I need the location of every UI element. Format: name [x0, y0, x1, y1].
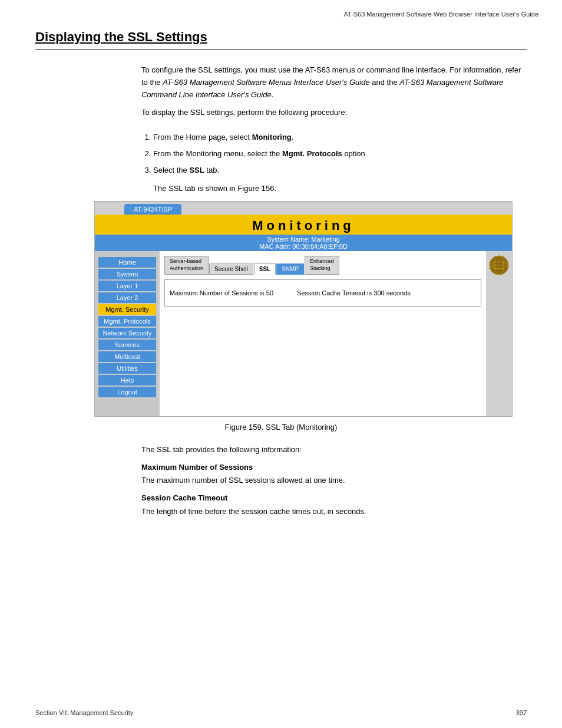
tab-ssl[interactable]: SSL: [254, 263, 276, 275]
nav-mgmt-security[interactable]: Mgmt. Security: [98, 304, 156, 315]
ssl-max-sessions: Maximum Number of Sessions is 50: [170, 289, 273, 297]
tab-secure-shell[interactable]: Secure Shell: [209, 263, 253, 275]
device-tab-bar: AT-9424T/SP: [95, 202, 512, 215]
system-name-bar: System Name: Marketing MAC Addr: 00:30:8…: [95, 235, 512, 251]
footer-left: Section VII: Management Security: [35, 709, 133, 716]
step-3: Select the SSL tab.: [153, 163, 527, 178]
intro-para2: To display the SSL settings, perform the…: [141, 107, 527, 119]
steps-list: From the Home page, select Monitoring. F…: [153, 130, 527, 178]
nav-utilities[interactable]: Utilities: [98, 363, 156, 374]
nav-logout[interactable]: Logout: [98, 387, 156, 397]
nav-multicast[interactable]: Multicast: [98, 351, 156, 362]
page-title: Displaying the SSL Settings: [35, 29, 527, 50]
description-intro: The SSL tab provides the following infor…: [141, 443, 527, 456]
nav-help[interactable]: Help: [98, 375, 156, 386]
page-header: AT-S63 Management Software Web Browser I…: [0, 0, 562, 18]
tab-server-auth[interactable]: Server-basedAuthentication: [164, 256, 209, 274]
nav-layer2[interactable]: Layer 2: [98, 292, 156, 303]
page-footer: Section VII: Management Security 397: [35, 709, 527, 716]
mac-addr: MAC Addr: 00:30:84:A8:EF:0D: [95, 243, 512, 250]
screenshot-figure: AT-9424T/SP Monitoring System Name: Mark…: [94, 201, 513, 417]
left-nav: Home System Layer 1 Layer 2 Mgmt. Securi…: [95, 251, 160, 416]
nav-network-security[interactable]: Network Security: [98, 328, 156, 338]
desc-max-sessions: Maximum Number of Sessions The maximum n…: [141, 461, 527, 487]
tab-snmp[interactable]: SNMP: [276, 263, 304, 275]
step3-note: The SSL tab is shown in Figure 156.: [153, 184, 527, 193]
monitoring-title: Monitoring: [95, 218, 512, 233]
screenshot-container: AT-9424T/SP Monitoring System Name: Mark…: [94, 201, 513, 417]
nav-layer1[interactable]: Layer 1: [98, 281, 156, 291]
nav-services[interactable]: Services: [98, 340, 156, 350]
intro-para1: To configure the SSL settings, you must …: [141, 64, 527, 101]
desc-session-timeout: Session Cache Timeout The length of time…: [141, 492, 527, 518]
tabs-row: Server-basedAuthentication Secure Shell …: [164, 256, 481, 274]
nav-mgmt-protocols[interactable]: Mgmt. Protocols: [98, 316, 156, 327]
description-block: The SSL tab provides the following infor…: [141, 443, 527, 518]
nav-home[interactable]: Home: [98, 257, 156, 268]
globe-icon: [488, 255, 510, 276]
screenshot-body: Home System Layer 1 Layer 2 Mgmt. Securi…: [95, 251, 512, 416]
footer-right: 397: [516, 709, 527, 716]
desc-session-timeout-label: Session Cache Timeout: [141, 493, 227, 502]
header-title: AT-S63 Management Software Web Browser I…: [343, 11, 538, 18]
desc-session-timeout-text: The length of time before the session ca…: [141, 507, 366, 516]
desc-max-sessions-label: Maximum Number of Sessions: [141, 463, 253, 472]
figure-caption: Figure 159. SSL Tab (Monitoring): [35, 423, 527, 431]
system-name: System Name: Marketing: [95, 236, 512, 243]
intro-block: To configure the SSL settings, you must …: [141, 64, 527, 119]
right-col-globe: [486, 251, 512, 416]
step-1: From the Home page, select Monitoring.: [153, 130, 527, 145]
tab-enhanced-stacking[interactable]: EnhancedStacking: [305, 256, 339, 274]
main-content: Server-basedAuthentication Secure Shell …: [160, 251, 486, 416]
nav-system[interactable]: System: [98, 269, 156, 279]
monitoring-banner: Monitoring: [95, 215, 512, 235]
step-2: From the Monitoring menu, select the Mgm…: [153, 146, 527, 162]
desc-max-sessions-text: The maximum number of SSL sessions allow…: [141, 476, 345, 485]
device-tab: AT-9424T/SP: [124, 204, 181, 215]
ssl-info-row: Maximum Number of Sessions is 50 Session…: [170, 289, 476, 297]
ssl-session-timeout: Session Cache Timeout is 300 seconds: [297, 289, 411, 297]
ssl-content-area: Maximum Number of Sessions is 50 Session…: [164, 279, 481, 307]
